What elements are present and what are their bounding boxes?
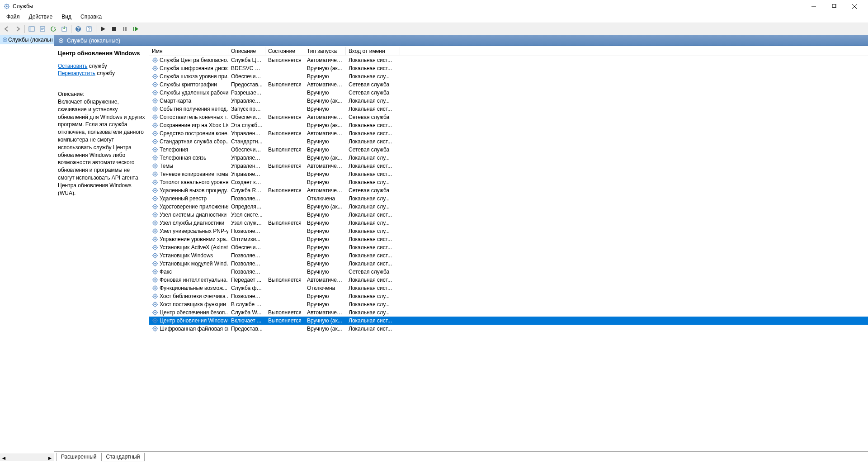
service-row[interactable]: Функциональные возмож...Служба фу...Откл… (149, 284, 868, 292)
service-name: Хост библиотеки счетчика ... (160, 293, 228, 299)
service-row[interactable]: Узел службы диагностикиУзел служб...Выпо… (149, 219, 868, 227)
col-desc[interactable]: Описание (228, 47, 265, 55)
service-state (265, 239, 304, 240)
minimize-button[interactable] (803, 0, 824, 13)
stop-link[interactable]: Остановить (58, 63, 88, 69)
help2-button[interactable]: ? (84, 24, 94, 34)
service-start: Автоматичес... (304, 187, 346, 194)
service-row[interactable]: Стандартная служба сбор...Стандартн...Вр… (149, 137, 868, 146)
service-row[interactable]: Шифрованная файловая си...Предостав...Вр… (149, 325, 868, 333)
service-row[interactable]: ТелефонияОбеспечив...ВыполняетсяВручнуюС… (149, 146, 868, 154)
svg-point-61 (154, 222, 156, 224)
service-row[interactable]: ТемыУправлени...ВыполняетсяАвтоматичес..… (149, 162, 868, 170)
svg-rect-3 (833, 4, 836, 8)
scroll-right-icon[interactable]: ► (46, 454, 54, 461)
service-row[interactable]: Установщик WindowsПозволяет ...ВручнуюЛо… (149, 251, 868, 260)
service-name: Установщик модулей Wind... (160, 260, 228, 267)
service-logon: Локальная сист... (346, 57, 400, 64)
service-start: Вручную (304, 268, 346, 275)
stop-button[interactable] (109, 24, 119, 34)
start-button[interactable] (98, 24, 108, 34)
svg-point-65 (154, 238, 156, 240)
service-row[interactable]: Центр обновления WindowsВключает ...Выпо… (149, 317, 868, 325)
service-name: Удостоверение приложения (160, 204, 228, 210)
service-row[interactable]: Центр обеспечения безоп...Служба W...Вып… (149, 308, 868, 317)
service-row[interactable]: Узел универсальных PNP-у...Позволяет ...… (149, 227, 868, 235)
service-logon: Локальная слу... (346, 293, 400, 300)
service-row[interactable]: Служба шифрования диско...BDESVC пр...Вр… (149, 64, 868, 72)
service-desc: Обеспечив... (228, 114, 265, 121)
scroll-left-icon[interactable]: ◄ (0, 454, 8, 461)
service-row[interactable]: Смарт-картаУправляет ...Вручную (ак...Ло… (149, 97, 868, 105)
properties-button[interactable] (38, 24, 47, 34)
gear-icon (152, 114, 158, 120)
service-row[interactable]: Сохранение игр на Xbox LiveЭта служба...… (149, 121, 868, 129)
service-row[interactable]: Служба шлюза уровня при...Обеспечив...Вр… (149, 72, 868, 80)
forward-button[interactable] (13, 24, 23, 34)
help-button[interactable]: ? (73, 24, 83, 34)
service-start: Вручную (304, 73, 346, 80)
svg-rect-5 (29, 27, 31, 31)
service-name: Хост поставщика функции ... (160, 301, 228, 308)
service-row[interactable]: События получения непод...Запуск при...В… (149, 105, 868, 113)
col-name[interactable]: Имя (149, 47, 228, 55)
service-row[interactable]: Телефонная связьУправляет ...Вручную (ак… (149, 154, 868, 162)
svg-point-63 (154, 230, 156, 232)
service-row[interactable]: Управление уровнями хра...Оптимизи...Вру… (149, 235, 868, 243)
menu-help[interactable]: Справка (76, 13, 106, 22)
col-logon[interactable]: Вход от имени (346, 47, 400, 55)
tab-standard[interactable]: Стандартный (101, 453, 145, 461)
pause-button[interactable] (120, 24, 130, 34)
menu-action[interactable]: Действие (24, 13, 57, 22)
titlebar: Службы (0, 0, 868, 13)
col-state[interactable]: Состояние (265, 47, 304, 55)
service-row[interactable]: Установщик модулей Wind...Позволяет ...В… (149, 260, 868, 268)
service-row[interactable]: Служба Центра безопасно...Служба Це...Вы… (149, 56, 868, 64)
service-row[interactable]: ФаксПозволяет ...ВручнуюСетевая служба (149, 268, 868, 276)
show-hide-tree-button[interactable] (27, 24, 37, 34)
service-state (265, 296, 304, 297)
service-row[interactable]: Удаленный вызов процеду...Служба RP...Вы… (149, 186, 868, 194)
service-row[interactable]: Установщик ActiveX (AxInst...Обеспечив..… (149, 243, 868, 251)
service-row[interactable]: Тополог канального уровняСоздает ка...Вр… (149, 178, 868, 186)
export-button[interactable] (59, 24, 69, 34)
restart-button[interactable] (131, 24, 141, 34)
gear-icon (152, 293, 158, 299)
gear-icon (152, 204, 158, 210)
service-desc: Управляет ... (228, 170, 265, 178)
service-state (265, 174, 304, 175)
service-row[interactable]: Фоновая интеллектуальна...Передает ...Вы… (149, 276, 868, 284)
col-start[interactable]: Тип запуска (304, 47, 346, 55)
horizontal-scrollbar[interactable]: ◄ ► (0, 454, 54, 461)
svg-rect-13 (123, 27, 124, 31)
service-row[interactable]: Узел системы диагностикиУзел систе...Вру… (149, 211, 868, 219)
service-state (265, 288, 304, 289)
service-desc: Разрешает ... (228, 89, 265, 96)
service-logon: Локальная слу... (346, 154, 400, 161)
service-row[interactable]: Службы криптографииПредостав...Выполняет… (149, 80, 868, 89)
service-row[interactable]: Теневое копирование томаУправляет ...Вру… (149, 170, 868, 178)
menu-view[interactable]: Вид (57, 13, 76, 22)
service-state: Выполняется (265, 219, 304, 227)
service-row[interactable]: Удаленный реестрПозволяет ...ОтключенаЛо… (149, 194, 868, 203)
service-row[interactable]: Удостоверение приложенияОпределяе...Вруч… (149, 203, 868, 211)
restart-link[interactable]: Перезапустить (58, 70, 95, 76)
service-desc: Оптимизи... (228, 236, 265, 243)
service-row[interactable]: Хост поставщика функции ...В службе F...… (149, 300, 868, 308)
service-desc: Позволяет ... (228, 260, 265, 267)
tab-extended[interactable]: Расширенный (56, 453, 102, 461)
refresh-button[interactable] (48, 24, 58, 34)
service-row[interactable]: Хост библиотеки счетчика ...Позволяет ..… (149, 292, 868, 300)
maximize-button[interactable] (824, 0, 844, 13)
service-row[interactable]: Сопоставитель конечных т...Обеспечив...В… (149, 113, 868, 121)
content-header-title: Службы (локальные) (67, 38, 120, 44)
service-state: Выполняется (265, 114, 304, 121)
service-row[interactable]: Средство построения коне...Управлени...В… (149, 129, 868, 137)
menu-file[interactable]: Файл (2, 13, 24, 22)
service-row[interactable]: Службы удаленных рабочи...Разрешает ...В… (149, 89, 868, 97)
service-logon: Локальная сист... (346, 170, 400, 178)
back-button[interactable] (2, 24, 12, 34)
close-button[interactable] (844, 0, 864, 13)
tree-item-services[interactable]: Службы (локальн (0, 35, 54, 44)
gear-icon (152, 236, 158, 242)
